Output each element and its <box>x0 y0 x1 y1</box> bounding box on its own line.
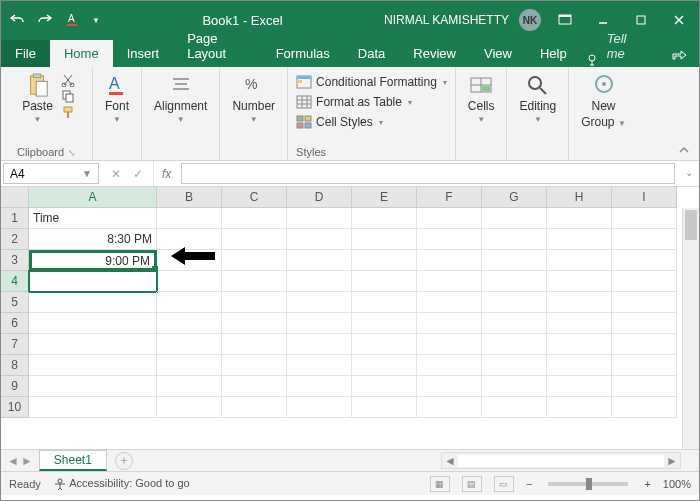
vertical-scroll-thumb[interactable] <box>685 210 697 240</box>
cell-E4[interactable] <box>352 271 417 292</box>
cell-G7[interactable] <box>482 334 547 355</box>
conditional-formatting-button[interactable]: Conditional Formatting▾ <box>296 75 447 89</box>
cell-H2[interactable] <box>547 229 612 250</box>
cell-F4[interactable] <box>417 271 482 292</box>
cell-B10[interactable] <box>157 397 222 418</box>
cell-B9[interactable] <box>157 376 222 397</box>
paste-button[interactable]: Paste ▼ <box>18 71 57 126</box>
cell-C10[interactable] <box>222 397 287 418</box>
cell-I1[interactable] <box>612 208 677 229</box>
col-header-E[interactable]: E <box>352 187 417 208</box>
cell-E5[interactable] <box>352 292 417 313</box>
cell-I2[interactable] <box>612 229 677 250</box>
cell-B1[interactable] <box>157 208 222 229</box>
row-header-5[interactable]: 5 <box>1 292 29 313</box>
cell-A2[interactable]: 8:30 PM <box>29 229 157 250</box>
cell-I7[interactable] <box>612 334 677 355</box>
cell-H3[interactable] <box>547 250 612 271</box>
clipboard-dialog-launcher[interactable]: ⤡ <box>68 148 76 158</box>
cancel-formula-button[interactable]: ✕ <box>111 167 121 181</box>
col-header-A[interactable]: A <box>29 187 157 208</box>
cell-A4[interactable] <box>29 271 157 292</box>
enter-formula-button[interactable]: ✓ <box>133 167 143 181</box>
cell-H4[interactable] <box>547 271 612 292</box>
cell-A9[interactable] <box>29 376 157 397</box>
format-painter-button[interactable] <box>61 105 75 119</box>
col-header-F[interactable]: F <box>417 187 482 208</box>
col-header-B[interactable]: B <box>157 187 222 208</box>
cell-D6[interactable] <box>287 313 352 334</box>
tab-home[interactable]: Home <box>50 40 113 67</box>
fx-label[interactable]: fx <box>154 161 179 186</box>
tab-formulas[interactable]: Formulas <box>262 40 344 67</box>
sheet-tab-sheet1[interactable]: Sheet1 <box>39 450 107 471</box>
cell-A5[interactable] <box>29 292 157 313</box>
cell-G2[interactable] <box>482 229 547 250</box>
cell-F10[interactable] <box>417 397 482 418</box>
collapse-ribbon-button[interactable] <box>677 146 691 156</box>
row-header-4[interactable]: 4 <box>1 271 29 292</box>
cell-C1[interactable] <box>222 208 287 229</box>
tab-data[interactable]: Data <box>344 40 399 67</box>
cells-group-button[interactable]: Cells ▼ <box>464 71 499 126</box>
cell-G4[interactable] <box>482 271 547 292</box>
cell-B7[interactable] <box>157 334 222 355</box>
cell-H10[interactable] <box>547 397 612 418</box>
cell-I5[interactable] <box>612 292 677 313</box>
redo-button[interactable] <box>35 10 55 30</box>
cell-H9[interactable] <box>547 376 612 397</box>
cell-D4[interactable] <box>287 271 352 292</box>
cell-G5[interactable] <box>482 292 547 313</box>
formula-input[interactable] <box>181 163 675 184</box>
cell-E6[interactable] <box>352 313 417 334</box>
cell-H1[interactable] <box>547 208 612 229</box>
col-header-I[interactable]: I <box>612 187 677 208</box>
cell-F1[interactable] <box>417 208 482 229</box>
cell-E1[interactable] <box>352 208 417 229</box>
format-as-table-button[interactable]: Format as Table▾ <box>296 95 447 109</box>
cell-E7[interactable] <box>352 334 417 355</box>
sheet-nav-prev-button[interactable]: ◄ <box>7 454 19 468</box>
cell-I10[interactable] <box>612 397 677 418</box>
cell-B4[interactable] <box>157 271 222 292</box>
cell-G8[interactable] <box>482 355 547 376</box>
cell-G6[interactable] <box>482 313 547 334</box>
cell-D1[interactable] <box>287 208 352 229</box>
avatar[interactable]: NK <box>519 9 541 31</box>
tab-insert[interactable]: Insert <box>113 40 174 67</box>
cell-A3[interactable]: 9:00 PM <box>29 250 157 271</box>
cell-C8[interactable] <box>222 355 287 376</box>
row-header-8[interactable]: 8 <box>1 355 29 376</box>
row-header-9[interactable]: 9 <box>1 376 29 397</box>
zoom-slider-thumb[interactable] <box>586 478 592 490</box>
cell-E10[interactable] <box>352 397 417 418</box>
vertical-scrollbar[interactable] <box>682 208 699 449</box>
cell-E9[interactable] <box>352 376 417 397</box>
cell-B6[interactable] <box>157 313 222 334</box>
row-header-1[interactable]: 1 <box>1 208 29 229</box>
tab-review[interactable]: Review <box>399 40 470 67</box>
hscroll-right-button[interactable]: ► <box>664 454 680 468</box>
cell-C2[interactable] <box>222 229 287 250</box>
zoom-slider[interactable] <box>548 482 628 486</box>
tab-help[interactable]: Help <box>526 40 581 67</box>
hscroll-track[interactable] <box>458 455 664 467</box>
tell-me-input[interactable]: Tell me <box>603 25 659 67</box>
cell-styles-button[interactable]: Cell Styles▾ <box>296 115 447 129</box>
number-group-button[interactable]: % Number ▼ <box>228 71 279 126</box>
zoom-out-button[interactable]: − <box>526 478 532 490</box>
horizontal-scrollbar[interactable]: ◄ ► <box>441 452 681 469</box>
ribbon-display-options-button[interactable] <box>551 10 579 30</box>
col-header-G[interactable]: G <box>482 187 547 208</box>
undo-button[interactable] <box>7 10 27 30</box>
cell-B8[interactable] <box>157 355 222 376</box>
cell-C5[interactable] <box>222 292 287 313</box>
qat-dropdown-icon[interactable]: ▼ <box>91 10 101 30</box>
add-sheet-button[interactable]: ＋ <box>115 452 133 470</box>
cell-F7[interactable] <box>417 334 482 355</box>
col-header-D[interactable]: D <box>287 187 352 208</box>
cell-C9[interactable] <box>222 376 287 397</box>
cell-A1[interactable]: Time <box>29 208 157 229</box>
cell-E3[interactable] <box>352 250 417 271</box>
cell-A6[interactable] <box>29 313 157 334</box>
